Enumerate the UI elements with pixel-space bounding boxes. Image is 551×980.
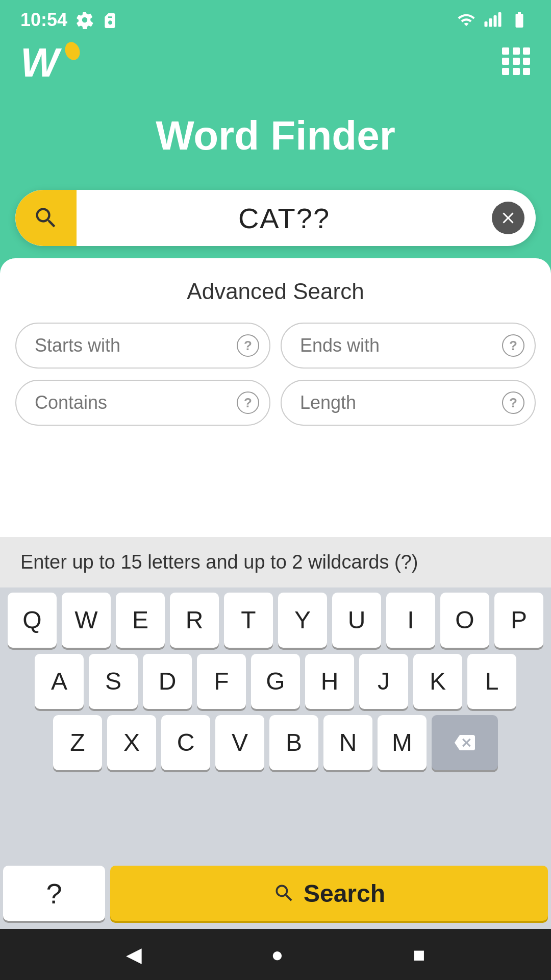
logo: W xyxy=(20,41,82,82)
grid-dot xyxy=(513,68,520,75)
ends-with-container: ? xyxy=(281,323,536,369)
key-c[interactable]: C xyxy=(161,715,210,770)
key-r[interactable]: R xyxy=(170,593,219,648)
key-e[interactable]: E xyxy=(116,593,165,648)
key-w[interactable]: W xyxy=(62,593,111,648)
status-time: 10:54 xyxy=(20,9,67,31)
grid-dot xyxy=(513,47,520,55)
hint-text: Enter up to 15 letters and up to 2 wildc… xyxy=(20,551,418,573)
key-z[interactable]: Z xyxy=(53,715,102,770)
grid-dot xyxy=(523,58,530,65)
key-a[interactable]: A xyxy=(35,654,84,709)
search-input[interactable] xyxy=(77,202,492,235)
key-d[interactable]: D xyxy=(143,654,192,709)
filter-row-1: ? ? xyxy=(15,323,536,369)
grid-dot xyxy=(502,68,509,75)
length-container: ? xyxy=(281,380,536,426)
search-button-icon xyxy=(273,882,295,904)
grid-dot xyxy=(523,68,530,75)
svg-point-5 xyxy=(63,41,82,62)
length-help-icon[interactable]: ? xyxy=(502,391,524,414)
key-y[interactable]: Y xyxy=(278,593,327,648)
starts-with-container: ? xyxy=(15,323,270,369)
starts-with-help-icon[interactable]: ? xyxy=(237,334,259,357)
clear-button[interactable] xyxy=(492,202,524,234)
contains-help-icon[interactable]: ? xyxy=(237,391,259,414)
key-u[interactable]: U xyxy=(332,593,381,648)
battery-icon xyxy=(508,11,531,29)
nav-back-button[interactable]: ◀ xyxy=(126,943,142,966)
grid-dot xyxy=(502,47,509,55)
key-i[interactable]: I xyxy=(386,593,435,648)
keyboard-row-1: Q W E R T Y U I O P xyxy=(3,593,548,648)
starts-with-input[interactable] xyxy=(15,323,270,369)
key-t[interactable]: T xyxy=(224,593,273,648)
status-bar: 10:54 xyxy=(0,0,551,36)
advanced-search-title: Advanced Search xyxy=(15,279,536,304)
contains-input[interactable] xyxy=(15,380,270,426)
keyboard-row-3: Z X C V B N M xyxy=(3,715,548,770)
ends-with-input[interactable] xyxy=(281,323,536,369)
search-button-label: Search xyxy=(304,879,385,908)
svg-rect-3 xyxy=(498,12,502,27)
key-m[interactable]: M xyxy=(378,715,427,770)
wildcard-key[interactable]: ? xyxy=(3,866,105,921)
backspace-icon xyxy=(452,732,478,753)
keyboard-row-2: A S D F G H J K L xyxy=(3,654,548,709)
key-h[interactable]: H xyxy=(305,654,354,709)
nav-home-button[interactable]: ● xyxy=(271,943,283,966)
close-icon xyxy=(499,209,517,227)
search-bar-container xyxy=(0,190,551,246)
keyboard-bottom-row: ? Search xyxy=(0,866,551,929)
search-bar xyxy=(15,190,536,246)
key-k[interactable]: K xyxy=(413,654,462,709)
filter-row-2: ? ? xyxy=(15,380,536,426)
ends-with-help-icon[interactable]: ? xyxy=(502,334,524,357)
signal-icon xyxy=(484,11,502,29)
app-title: Word Finder xyxy=(0,92,551,190)
key-p[interactable]: P xyxy=(494,593,543,648)
contains-container: ? xyxy=(15,380,270,426)
svg-text:W: W xyxy=(20,41,62,82)
svg-rect-2 xyxy=(494,15,497,27)
key-g[interactable]: G xyxy=(251,654,300,709)
key-x[interactable]: X xyxy=(107,715,156,770)
grid-dot xyxy=(513,58,520,65)
svg-rect-0 xyxy=(485,21,488,27)
search-icon-button[interactable] xyxy=(15,190,77,246)
grid-dot xyxy=(523,47,530,55)
backspace-key[interactable] xyxy=(432,715,498,770)
search-button[interactable]: Search xyxy=(110,866,548,921)
key-f[interactable]: F xyxy=(197,654,246,709)
nav-recent-button[interactable]: ■ xyxy=(413,943,425,966)
top-bar: W xyxy=(0,36,551,92)
key-q[interactable]: Q xyxy=(8,593,57,648)
key-n[interactable]: N xyxy=(323,715,372,770)
app-logo: W xyxy=(20,41,82,82)
length-input[interactable] xyxy=(281,380,536,426)
key-b[interactable]: B xyxy=(269,715,318,770)
grid-menu-icon[interactable] xyxy=(502,47,531,75)
key-l[interactable]: L xyxy=(467,654,516,709)
status-right xyxy=(455,11,531,29)
hint-bar: Enter up to 15 letters and up to 2 wildc… xyxy=(0,537,551,587)
grid-dot xyxy=(502,58,509,65)
key-v[interactable]: V xyxy=(215,715,264,770)
wifi-icon xyxy=(455,11,478,29)
key-s[interactable]: S xyxy=(89,654,138,709)
key-o[interactable]: O xyxy=(440,593,489,648)
settings-icon xyxy=(76,11,94,29)
sim-icon xyxy=(102,11,118,29)
advanced-search-panel: Advanced Search ? ? ? ? xyxy=(0,258,551,537)
search-icon xyxy=(33,205,59,231)
key-j[interactable]: J xyxy=(359,654,408,709)
keyboard: Q W E R T Y U I O P A S D F G H J K L Z … xyxy=(0,587,551,866)
svg-rect-1 xyxy=(489,18,492,27)
nav-bar: ◀ ● ■ xyxy=(0,929,551,980)
status-left: 10:54 xyxy=(20,9,118,31)
